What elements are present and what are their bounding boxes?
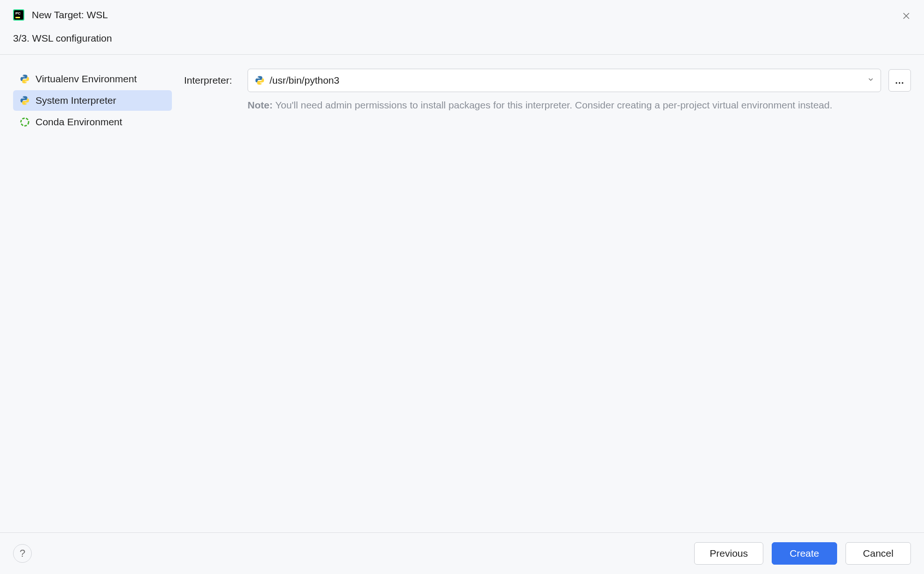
browse-button[interactable]: ... bbox=[888, 69, 911, 92]
sidebar-item-conda[interactable]: Conda Environment bbox=[13, 112, 172, 132]
content-area: Virtualenv Environment System Interprete… bbox=[0, 55, 924, 532]
python-icon bbox=[20, 95, 30, 106]
cancel-button[interactable]: Cancel bbox=[846, 542, 911, 565]
footer-buttons: Previous Create Cancel bbox=[694, 542, 911, 565]
help-button[interactable]: ? bbox=[13, 544, 32, 563]
note-body: You'll need admin permissions to install… bbox=[273, 100, 832, 110]
sidebar-item-virtualenv[interactable]: Virtualenv Environment bbox=[13, 69, 172, 89]
sidebar-item-label: Virtualenv Environment bbox=[36, 73, 137, 85]
pycharm-app-icon: PC bbox=[13, 9, 24, 21]
chevron-down-icon bbox=[867, 76, 874, 85]
sidebar-item-label: System Interpreter bbox=[36, 95, 116, 106]
conda-icon bbox=[20, 117, 30, 127]
help-icon: ? bbox=[20, 547, 25, 560]
interpreter-combobox[interactable]: /usr/bin/python3 bbox=[248, 69, 881, 92]
create-button[interactable]: Create bbox=[772, 542, 837, 565]
svg-rect-4 bbox=[15, 17, 20, 18]
python-icon bbox=[255, 75, 265, 86]
interpreter-field-row: Interpreter: /usr/bin/python3 bbox=[184, 69, 911, 92]
note-label: Note: bbox=[248, 100, 273, 110]
svg-point-5 bbox=[21, 118, 29, 126]
previous-button[interactable]: Previous bbox=[694, 542, 763, 565]
close-button[interactable] bbox=[901, 10, 912, 22]
sidebar-item-system-interpreter[interactable]: System Interpreter bbox=[13, 90, 172, 111]
python-icon bbox=[20, 74, 30, 84]
svg-text:PC: PC bbox=[15, 11, 21, 15]
note-text: Note: You'll need admin permissions to i… bbox=[248, 98, 911, 113]
sidebar-item-label: Conda Environment bbox=[36, 116, 122, 128]
interpreter-label: Interpreter: bbox=[184, 75, 240, 86]
sidebar: Virtualenv Environment System Interprete… bbox=[13, 69, 172, 523]
ellipsis-icon: ... bbox=[895, 75, 904, 86]
dialog-title: New Target: WSL bbox=[32, 9, 108, 21]
wizard-step-label: 3/3. WSL configuration bbox=[0, 28, 924, 54]
footer: ? Previous Create Cancel bbox=[0, 532, 924, 574]
main-panel: Interpreter: /usr/bin/python3 bbox=[184, 69, 911, 523]
close-icon bbox=[903, 12, 910, 20]
interpreter-value: /usr/bin/python3 bbox=[270, 75, 867, 86]
dialog-container: PC New Target: WSL 3/3. WSL configuratio… bbox=[0, 0, 924, 574]
titlebar: PC New Target: WSL bbox=[0, 0, 924, 28]
note-wrapper: Note: You'll need admin permissions to i… bbox=[248, 98, 911, 113]
